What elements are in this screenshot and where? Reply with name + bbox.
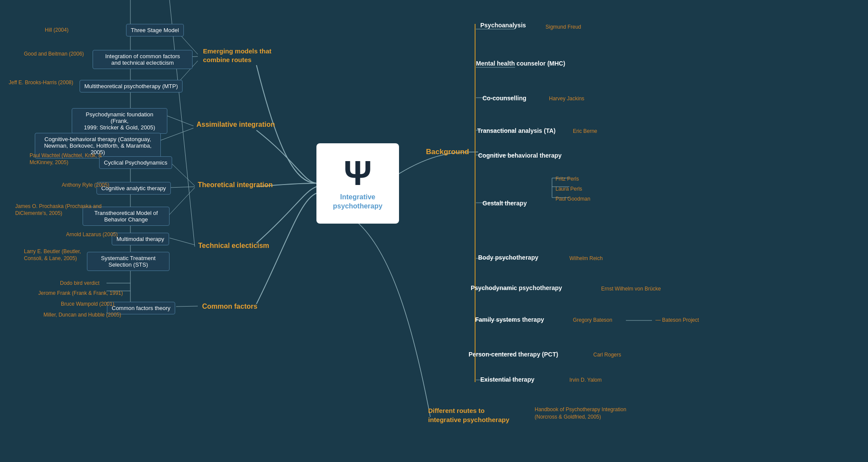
handbook-ref: Handbook of Psychotherapy Integration(No… [535, 406, 626, 421]
author-laura-perls: Laura Perls [555, 186, 582, 192]
category-different-routes: Different routes tointegrative psychothe… [428, 406, 509, 424]
svg-line-23 [170, 187, 195, 188]
right-transactional: Transactional analysis (TA) [477, 127, 555, 134]
box-psychodynamic-found: Psychodynamic foundation (Frank,1999: St… [72, 108, 167, 134]
author-wachtel: Paul Wachtel (Wachtel, Kruk, &McKinney, … [30, 152, 102, 166]
category-common: Common factors [202, 303, 257, 310]
category-technical: Technical eclecticism [198, 242, 269, 250]
author-wampold: Bruce Wampold (2001) [61, 301, 114, 307]
psi-symbol: Ψ [344, 156, 372, 191]
author-prochaska: James O. Prochaska (Prochaska andDiCleme… [15, 203, 102, 217]
author-berne: Eric Berne [573, 128, 597, 134]
author-dodo: Dodo bird verdict [60, 280, 100, 286]
category-assimilative: Assimilative integration [196, 121, 275, 129]
category-theoretical: Theoretical integration [198, 181, 273, 189]
svg-line-26 [170, 0, 195, 247]
category-background: Background [426, 148, 469, 156]
author-good-beitman: Good and Beitman (2006) [24, 51, 84, 57]
category-emerging: Emerging models thatcombine routes [203, 47, 272, 64]
right-psychodynamic: Psychodynamic psychotherapy [471, 284, 562, 291]
author-rogers: Carl Rogers [593, 352, 621, 358]
right-body: Body psychotherapy [478, 254, 538, 261]
author-bateson: Gregory Bateson [573, 317, 612, 323]
author-ryle: Anthony Ryle (2005) [62, 182, 109, 188]
author-lazarus: Arnold Lazarus (2005) [66, 231, 118, 238]
box-three-stage: Three Stage Model [126, 24, 184, 36]
box-multimodal: Multimodal therapy [112, 233, 169, 245]
right-person-centered: Person-centered therapy (PCT) [469, 351, 558, 358]
right-mhc: Mental health counselor (MHC) [476, 60, 565, 67]
author-brooks-harris: Jeff E. Brooks-Harris (2008) [9, 79, 73, 86]
right-co-counselling: Co-counselling [482, 95, 526, 102]
right-gestalt: Gestalt therapy [482, 200, 527, 207]
center-node: Ψ Integrativepsychotherapy [316, 143, 399, 224]
svg-line-27 [176, 306, 198, 307]
box-cyclical: Cyclical Psychodynamics [99, 156, 172, 169]
bateson-project: — Bateson Project [655, 317, 699, 323]
svg-line-22 [170, 162, 195, 186]
svg-line-24 [170, 188, 195, 214]
author-reich: Wilhelm Reich [569, 255, 603, 261]
box-multitheoretical: Multitheoretical psychotherapy (MTP) [80, 80, 183, 92]
author-yalom: Irvin D. Yalom [569, 377, 602, 383]
svg-line-25 [170, 238, 195, 245]
box-integration-common: Integration of common factorsand technic… [93, 50, 193, 69]
author-von-brucke: Ernst Wilhelm von Brücke [601, 286, 661, 292]
box-systematic: Systematic TreatmentSelection (STS) [87, 252, 170, 271]
author-freud: Sigmund Freud [545, 24, 581, 30]
author-beutler: Larry E. Beutler (Beutler,Consoli, & Lan… [24, 248, 81, 262]
author-goodman: Paul Goodman [555, 196, 590, 202]
center-title: Integrativepsychotherapy [333, 193, 382, 211]
right-cbt: Cognitive behavioral therapy [478, 152, 562, 159]
right-existential: Existential therapy [480, 376, 535, 383]
right-family: Family systems therapy [475, 316, 544, 323]
right-psychoanalysis: Psychoanalysis [480, 22, 526, 29]
author-frank: Jerome Frank (Frank & Frank, 1991) [38, 290, 123, 296]
author-fritz-perls: Fritz Perls [555, 176, 579, 182]
author-jackins: Harvey Jackins [549, 96, 584, 102]
svg-line-20 [165, 115, 193, 126]
author-miller: Miller, Duncan and Hubble (2005) [43, 312, 121, 318]
author-hill: Hill (2004) [45, 27, 69, 33]
